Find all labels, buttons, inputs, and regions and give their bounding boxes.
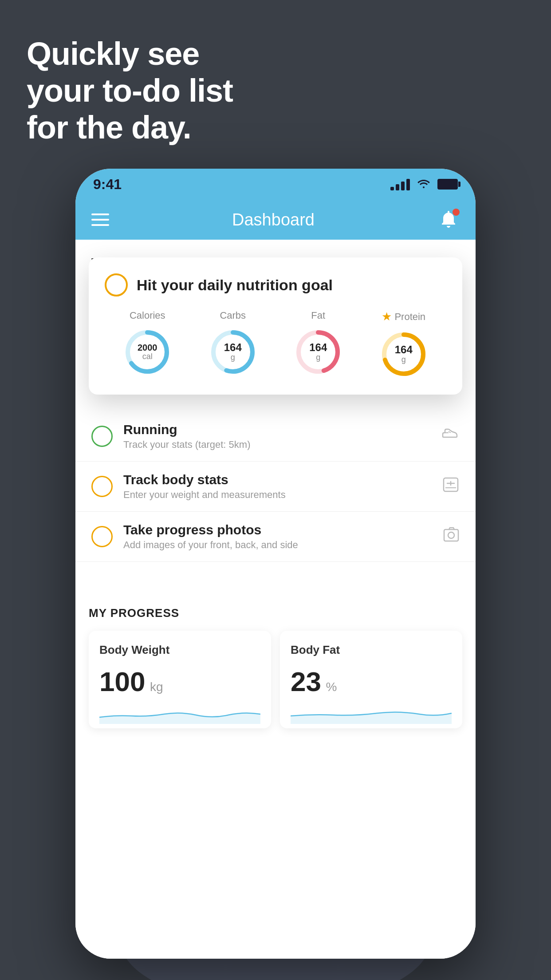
- carbs-label: Carbs: [220, 310, 246, 321]
- protein-value: 164 g: [395, 344, 413, 364]
- nutrition-protein: ★ Protein 164 g: [379, 310, 428, 379]
- body-stats-text: Track body stats Enter your weight and m…: [123, 472, 431, 501]
- fat-donut: 164 g: [294, 328, 342, 376]
- app-title: Dashboard: [232, 210, 315, 229]
- body-weight-unit: kg: [150, 680, 163, 694]
- protein-label-text: Protein: [394, 311, 425, 323]
- todo-item-progress-photos[interactable]: Take progress photos Add images of your …: [75, 512, 476, 562]
- body-fat-card: Body Fat 23 %: [280, 631, 462, 728]
- star-icon: ★: [382, 310, 392, 324]
- carbs-donut: 164 g: [209, 328, 257, 376]
- app-bar: Dashboard: [75, 200, 476, 240]
- nutrition-checkbox[interactable]: [105, 273, 128, 296]
- svg-point-11: [448, 532, 454, 538]
- body-fat-title: Body Fat: [291, 643, 452, 657]
- status-time: 9:41: [93, 176, 122, 193]
- body-fat-chart: [291, 702, 452, 724]
- running-title: Running: [123, 422, 431, 437]
- body-stats-title: Track body stats: [123, 472, 431, 487]
- bell-notification-dot: [453, 209, 460, 216]
- nutrition-fat: Fat 164 g: [294, 310, 342, 379]
- body-weight-value: 100: [99, 666, 145, 697]
- phone-content: THINGS TO DO TODAY Hit your daily nutrit…: [75, 240, 476, 959]
- fat-value: 164 g: [309, 342, 327, 362]
- status-bar: 9:41: [75, 169, 476, 200]
- protein-donut: 164 g: [379, 330, 428, 379]
- todo-item-body-stats[interactable]: Track body stats Enter your weight and m…: [75, 462, 476, 512]
- svg-rect-10: [444, 530, 458, 541]
- headline-line2: your to-do list: [27, 72, 233, 109]
- running-circle: [91, 426, 113, 447]
- body-weight-value-row: 100 kg: [99, 666, 260, 697]
- scale-icon: [442, 476, 460, 497]
- nutrition-carbs: Carbs 164 g: [209, 310, 257, 379]
- shoe-icon: [442, 427, 460, 446]
- nutrition-card-title-row: Hit your daily nutrition goal: [105, 273, 446, 296]
- calories-value: 2000 cal: [138, 343, 157, 361]
- headline: Quickly see your to-do list for the day.: [27, 36, 233, 146]
- progress-photos-text: Take progress photos Add images of your …: [123, 522, 432, 551]
- wifi-icon: [416, 177, 431, 192]
- nutrition-card-title: Hit your daily nutrition goal: [137, 277, 333, 294]
- running-subtitle: Track your stats (target: 5km): [123, 439, 431, 450]
- progress-photos-subtitle: Add images of your front, back, and side: [123, 539, 432, 551]
- body-fat-value-row: 23 %: [291, 666, 452, 697]
- carbs-value: 164 g: [224, 342, 242, 362]
- phone-frame: 9:41 Dashboa: [75, 169, 476, 959]
- nutrition-card: Hit your daily nutrition goal Calories 2…: [89, 257, 462, 395]
- body-weight-chart: [99, 702, 260, 724]
- body-weight-title: Body Weight: [99, 643, 260, 657]
- battery-icon: [437, 179, 458, 190]
- nutrition-calories: Calories 2000 cal: [123, 310, 172, 379]
- progress-cards: Body Weight 100 kg Body Fat: [89, 631, 462, 728]
- todo-list: Running Track your stats (target: 5km) T…: [75, 411, 476, 562]
- body-fat-value: 23: [291, 666, 321, 697]
- headline-line1: Quickly see: [27, 36, 233, 72]
- body-stats-subtitle: Enter your weight and measurements: [123, 489, 431, 501]
- progress-photos-circle: [91, 526, 113, 547]
- signal-icon: [390, 178, 410, 190]
- protein-label: ★ Protein: [382, 310, 425, 324]
- progress-photos-title: Take progress photos: [123, 522, 432, 537]
- body-fat-unit: %: [326, 680, 337, 694]
- body-stats-circle: [91, 476, 113, 497]
- hamburger-icon[interactable]: [91, 213, 109, 226]
- bell-icon[interactable]: [437, 209, 460, 231]
- progress-section: MY PROGRESS Body Weight 100 kg: [75, 589, 476, 728]
- calories-donut: 2000 cal: [123, 328, 172, 376]
- body-weight-card: Body Weight 100 kg: [89, 631, 271, 728]
- progress-section-title: MY PROGRESS: [89, 606, 462, 620]
- headline-line3: for the day.: [27, 109, 233, 146]
- status-icons: [390, 177, 458, 192]
- calories-label: Calories: [130, 310, 165, 321]
- todo-item-running[interactable]: Running Track your stats (target: 5km): [75, 411, 476, 462]
- running-text: Running Track your stats (target: 5km): [123, 422, 431, 450]
- fat-label: Fat: [311, 310, 325, 321]
- nutrition-grid: Calories 2000 cal Carbs: [105, 310, 446, 379]
- photo-icon: [443, 527, 460, 547]
